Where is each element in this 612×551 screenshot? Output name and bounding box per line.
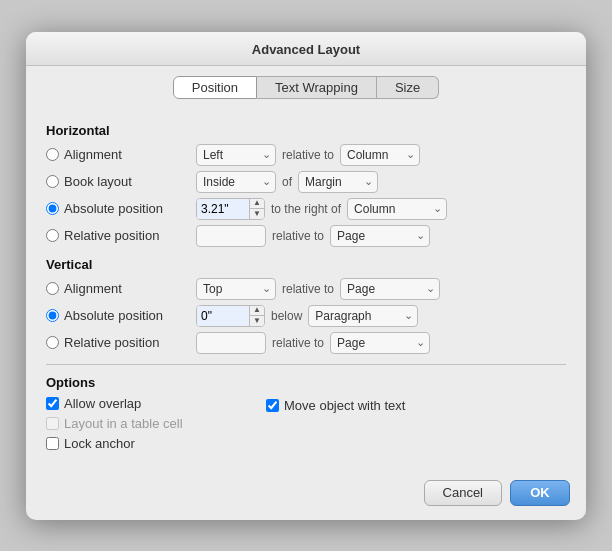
book-layout-radio[interactable]: [46, 175, 59, 188]
horizontal-relative-radio-col: Relative position: [46, 228, 196, 243]
horizontal-absolute-relative-select[interactable]: ColumnMarginPage: [347, 198, 447, 220]
horizontal-alignment-select-wrap: LeftCenterRight: [196, 144, 276, 166]
vertical-relative-radio[interactable]: [46, 336, 59, 349]
vertical-absolute-relative-select-wrap: ParagraphLinePageMargin: [308, 305, 418, 327]
vertical-alignment-row: Alignment TopCenterBottom relative to Pa…: [46, 278, 566, 300]
vertical-absolute-decrement[interactable]: ▼: [250, 316, 264, 326]
vertical-relative-radio-col: Relative position: [46, 335, 196, 350]
vertical-absolute-label: Absolute position: [64, 308, 163, 323]
horizontal-relative-select-wrap: PageColumnMargin: [330, 225, 430, 247]
vertical-relative-input[interactable]: [197, 333, 266, 353]
move-object-checkbox[interactable]: [266, 399, 279, 412]
options-section-title: Options: [46, 375, 566, 390]
title-text: Advanced Layout: [252, 42, 360, 57]
move-object-label: Move object with text: [284, 398, 405, 413]
horizontal-absolute-decrement[interactable]: ▼: [250, 209, 264, 219]
book-layout-radio-col: Book layout: [46, 174, 196, 189]
vertical-alignment-label: Alignment: [64, 281, 122, 296]
options-row: Allow overlap Layout in a table cell Loc…: [46, 396, 566, 456]
vertical-absolute-input[interactable]: [197, 306, 249, 326]
lock-anchor-checkbox[interactable]: [46, 437, 59, 450]
vertical-alignment-select-wrap: TopCenterBottom: [196, 278, 276, 300]
horizontal-relative-input[interactable]: [197, 226, 266, 246]
horizontal-relative-to-label: relative to: [272, 229, 324, 243]
horizontal-absolute-stepper: ▲ ▼: [196, 198, 265, 220]
vertical-relative-select[interactable]: PageMarginColumn: [330, 332, 430, 354]
options-left: Allow overlap Layout in a table cell Loc…: [46, 396, 266, 456]
vertical-absolute-radio-col: Absolute position: [46, 308, 196, 323]
horizontal-alignment-radio[interactable]: [46, 148, 59, 161]
horizontal-absolute-stepper-buttons: ▲ ▼: [249, 199, 264, 219]
move-object-row: Move object with text: [266, 398, 566, 413]
horizontal-absolute-increment[interactable]: ▲: [250, 199, 264, 209]
book-layout-of-label: of: [282, 175, 292, 189]
horizontal-absolute-relative-select-wrap: ColumnMarginPage: [347, 198, 447, 220]
book-layout-select[interactable]: InsideOutside: [196, 171, 276, 193]
vertical-alignment-select[interactable]: TopCenterBottom: [196, 278, 276, 300]
cancel-button[interactable]: Cancel: [424, 480, 502, 506]
tab-text-wrapping[interactable]: Text Wrapping: [257, 76, 377, 99]
horizontal-relative-row: Relative position ▲ ▼ relative to PageCo…: [46, 225, 566, 247]
horizontal-absolute-row: Absolute position ▲ ▼ to the right of Co…: [46, 198, 566, 220]
book-layout-select-wrap: InsideOutside: [196, 171, 276, 193]
book-layout-relative-select[interactable]: MarginColumnPage: [298, 171, 378, 193]
dialog-footer: Cancel OK: [26, 470, 586, 520]
dialog-title: Advanced Layout: [26, 32, 586, 66]
vertical-absolute-radio[interactable]: [46, 309, 59, 322]
options-right: Move object with text: [266, 396, 566, 418]
ok-button[interactable]: OK: [510, 480, 570, 506]
lock-anchor-row: Lock anchor: [46, 436, 266, 451]
vertical-alignment-radio[interactable]: [46, 282, 59, 295]
vertical-relative-to-label: relative to: [272, 336, 324, 350]
vertical-section-title: Vertical: [46, 257, 566, 272]
horizontal-section-title: Horizontal: [46, 123, 566, 138]
allow-overlap-checkbox[interactable]: [46, 397, 59, 410]
horizontal-alignment-select[interactable]: LeftCenterRight: [196, 144, 276, 166]
tab-position[interactable]: Position: [173, 76, 257, 99]
vertical-relative-label: Relative position: [64, 335, 159, 350]
horizontal-relative-select[interactable]: PageColumnMargin: [330, 225, 430, 247]
horizontal-absolute-label: Absolute position: [64, 201, 163, 216]
horizontal-alignment-label: Alignment: [64, 147, 122, 162]
vertical-alignment-relative-to-label: relative to: [282, 282, 334, 296]
options-divider: [46, 364, 566, 365]
layout-in-table-checkbox[interactable]: [46, 417, 59, 430]
horizontal-alignment-relative-to-label: relative to: [282, 148, 334, 162]
layout-in-table-label: Layout in a table cell: [64, 416, 183, 431]
horizontal-alignment-row: Alignment LeftCenterRight relative to Co…: [46, 144, 566, 166]
tab-size[interactable]: Size: [377, 76, 439, 99]
horizontal-relative-label: Relative position: [64, 228, 159, 243]
vertical-relative-row: Relative position ▲ ▼ relative to PageMa…: [46, 332, 566, 354]
horizontal-alignment-relative-select[interactable]: ColumnMarginPage: [340, 144, 420, 166]
vertical-alignment-relative-select[interactable]: PageMarginColumn: [340, 278, 440, 300]
layout-in-table-row: Layout in a table cell: [46, 416, 266, 431]
horizontal-relative-input-wrap: ▲ ▼: [196, 225, 266, 247]
horizontal-relative-radio[interactable]: [46, 229, 59, 242]
horizontal-absolute-radio[interactable]: [46, 202, 59, 215]
book-layout-label: Book layout: [64, 174, 132, 189]
lock-anchor-label: Lock anchor: [64, 436, 135, 451]
horizontal-absolute-input[interactable]: [197, 199, 249, 219]
horizontal-absolute-radio-col: Absolute position: [46, 201, 196, 216]
vertical-absolute-relative-select[interactable]: ParagraphLinePageMargin: [308, 305, 418, 327]
vertical-relative-input-wrap: ▲ ▼: [196, 332, 266, 354]
book-layout-row: Book layout InsideOutside of MarginColum…: [46, 171, 566, 193]
horizontal-absolute-right-label: to the right of: [271, 202, 341, 216]
advanced-layout-dialog: Advanced Layout Position Text Wrapping S…: [26, 32, 586, 520]
vertical-absolute-stepper-buttons: ▲ ▼: [249, 306, 264, 326]
vertical-relative-select-wrap: PageMarginColumn: [330, 332, 430, 354]
book-layout-relative-select-wrap: MarginColumnPage: [298, 171, 378, 193]
vertical-alignment-relative-select-wrap: PageMarginColumn: [340, 278, 440, 300]
vertical-absolute-below-label: below: [271, 309, 302, 323]
horizontal-alignment-radio-col: Alignment: [46, 147, 196, 162]
allow-overlap-row: Allow overlap: [46, 396, 266, 411]
vertical-alignment-radio-col: Alignment: [46, 281, 196, 296]
allow-overlap-label: Allow overlap: [64, 396, 141, 411]
horizontal-alignment-relative-select-wrap: ColumnMarginPage: [340, 144, 420, 166]
tab-bar: Position Text Wrapping Size: [26, 66, 586, 107]
vertical-absolute-stepper: ▲ ▼: [196, 305, 265, 327]
vertical-absolute-row: Absolute position ▲ ▼ below ParagraphLin…: [46, 305, 566, 327]
content-area: Horizontal Alignment LeftCenterRight rel…: [26, 107, 586, 470]
vertical-absolute-increment[interactable]: ▲: [250, 306, 264, 316]
